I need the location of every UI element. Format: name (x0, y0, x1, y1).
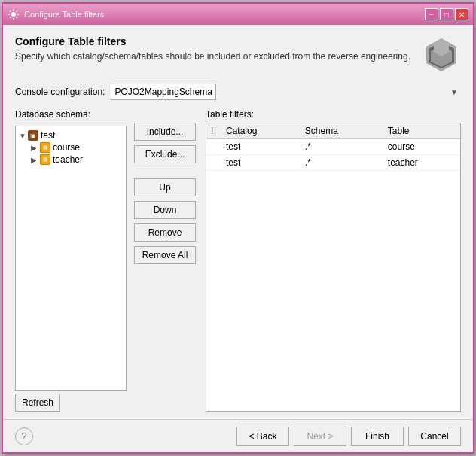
minimize-button[interactable]: − (425, 8, 438, 20)
finish-button[interactable]: Finish (351, 427, 404, 446)
tree-node-teacher-label: teacher (53, 154, 83, 165)
mid-spacer (134, 168, 198, 174)
col-header-catalog: Catalog (221, 123, 301, 139)
remove-button[interactable]: Remove (134, 223, 196, 242)
row-exclamation (206, 139, 221, 155)
gear-icon (8, 8, 20, 20)
content-area: Configure Table filters Specify which ca… (3, 25, 473, 419)
close-button[interactable]: ✕ (455, 8, 468, 20)
row-table: teacher (383, 155, 460, 171)
table-row[interactable]: test .* teacher (206, 155, 460, 171)
svg-point-0 (11, 12, 16, 17)
row-schema: .* (301, 155, 383, 171)
row-table: course (383, 139, 460, 155)
title-bar: Configure Table filters − □ ✕ (3, 4, 473, 25)
console-label: Console configuration: (15, 87, 105, 97)
include-button[interactable]: Include... (134, 123, 196, 141)
refresh-button[interactable]: Refresh (15, 394, 60, 412)
left-panel: Database schema: ▼ ▣ test ▶ ▦ course (15, 109, 127, 412)
middle-panel: Include... Exclude... Up Down Remove Rem… (134, 109, 198, 412)
exclude-button[interactable]: Exclude... (134, 145, 196, 163)
main-window: Configure Table filters − □ ✕ Configure … (2, 2, 474, 454)
bottom-bar: ? < Back Next > Finish Cancel (3, 419, 473, 452)
tree-node-course[interactable]: ▶ ▦ course (19, 141, 123, 154)
remove-all-button[interactable]: Remove All (134, 246, 196, 264)
title-bar-left: Configure Table filters (8, 8, 104, 20)
dialog-title: Configure Table filters (15, 35, 422, 47)
tree-node-teacher[interactable]: ▶ ▦ teacher (19, 154, 123, 166)
console-config-row: Console configuration: POJO2MappingSchem… (15, 84, 461, 100)
row-exclamation (206, 155, 221, 171)
col-header-table: Table (383, 123, 460, 139)
cancel-button[interactable]: Cancel (408, 427, 461, 446)
filters-label: Table filters: (206, 109, 461, 120)
table-row[interactable]: test .* course (206, 139, 460, 155)
title-bar-title: Configure Table filters (24, 10, 104, 19)
table-icon-teacher: ▦ (40, 154, 50, 165)
filters-table-wrapper: ! Catalog Schema Table test .* course te… (206, 123, 461, 412)
col-header-exclamation: ! (206, 123, 221, 139)
main-panel: Database schema: ▼ ▣ test ▶ ▦ course (15, 109, 461, 412)
right-panel: Table filters: ! Catalog Schema Table (206, 109, 461, 412)
filters-table: ! Catalog Schema Table test .* course te… (206, 123, 460, 171)
dialog-subtitle: Specify which catalog/schema/tables shou… (15, 50, 422, 63)
console-select[interactable]: POJO2MappingSchema (111, 84, 216, 100)
tree-node-test[interactable]: ▼ ▣ test (19, 129, 123, 141)
table-header-row: ! Catalog Schema Table (206, 123, 460, 139)
title-bar-buttons: − □ ✕ (425, 8, 468, 20)
up-button[interactable]: Up (134, 178, 196, 196)
console-select-wrapper: POJO2MappingSchema ▼ (111, 84, 461, 100)
logo-icon (422, 35, 461, 74)
next-button[interactable]: Next > (294, 427, 346, 446)
row-schema: .* (301, 139, 383, 155)
schema-label: Database schema: (15, 109, 127, 120)
row-catalog: test (221, 155, 301, 171)
tree-node-test-label: test (41, 130, 55, 141)
database-icon: ▣ (28, 130, 38, 141)
expand-icon-teacher: ▶ (31, 156, 40, 164)
row-catalog: test (221, 139, 301, 155)
header-text-block: Configure Table filters Specify which ca… (15, 35, 422, 63)
bottom-right: < Back Next > Finish Cancel (236, 427, 461, 446)
schema-tree: ▼ ▣ test ▶ ▦ course ▶ ▦ teacher (15, 126, 127, 391)
table-icon-course: ▦ (40, 142, 50, 153)
header-section: Configure Table filters Specify which ca… (15, 35, 461, 74)
tree-node-course-label: course (53, 142, 80, 153)
bottom-left: ? (15, 427, 33, 445)
back-button[interactable]: < Back (236, 427, 289, 446)
col-header-schema: Schema (301, 123, 383, 139)
expand-icon-test: ▼ (19, 132, 28, 140)
help-button[interactable]: ? (15, 427, 33, 445)
down-button[interactable]: Down (134, 201, 196, 219)
expand-icon-course: ▶ (31, 144, 40, 152)
maximize-button[interactable]: □ (440, 8, 453, 20)
select-arrow-icon: ▼ (450, 88, 458, 96)
